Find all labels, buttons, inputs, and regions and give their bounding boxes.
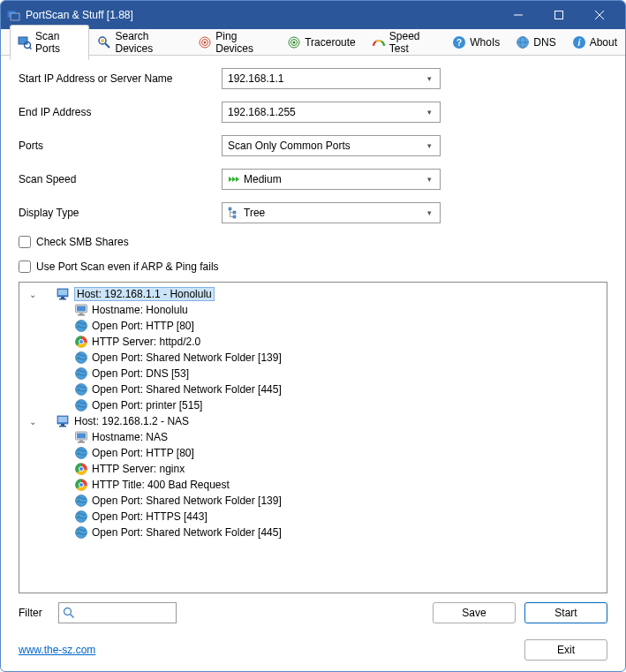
- svg-point-61: [76, 527, 87, 539]
- ports-value: Scan Only Common Ports: [228, 140, 424, 152]
- tab-dns[interactable]: DNS: [508, 30, 563, 54]
- svg-rect-38: [78, 314, 85, 316]
- save-button[interactable]: Save: [433, 602, 516, 623]
- svg-point-14: [204, 42, 207, 44]
- tab-traceroute[interactable]: Traceroute: [279, 30, 364, 54]
- minimize-button[interactable]: [498, 1, 539, 29]
- start-ip-input[interactable]: 192.168.1.1 ▾: [222, 68, 441, 89]
- item-label: Open Port: printer [515]: [92, 399, 202, 412]
- close-button[interactable]: [579, 1, 620, 29]
- tab-speed-test[interactable]: Speed Test: [364, 25, 445, 59]
- ports-label: Ports: [19, 140, 222, 152]
- tree-item-row[interactable]: HTTP Server: nginx: [21, 461, 605, 477]
- svg-point-59: [76, 495, 87, 507]
- filter-input[interactable]: [58, 602, 177, 623]
- app-window: PortScan & Stuff [1.88] Scan Ports Searc…: [0, 0, 626, 672]
- tab-ping-devices[interactable]: Ping Devices: [190, 25, 279, 59]
- chevron-down-icon: ▾: [424, 208, 434, 217]
- tree-item-row[interactable]: Open Port: Shared Network Folder [445]: [21, 381, 605, 397]
- svg-marker-27: [236, 177, 239, 182]
- app-icon: [6, 8, 20, 22]
- monitor-icon: [74, 430, 88, 444]
- tab-label: Scan Ports: [35, 30, 81, 55]
- search-icon: [63, 607, 75, 619]
- tab-bar: Scan Ports Search Devices Ping Devices T…: [1, 29, 625, 56]
- start-button[interactable]: Start: [524, 602, 607, 623]
- svg-rect-32: [58, 290, 67, 295]
- tree-item-row[interactable]: Hostname: NAS: [21, 429, 605, 445]
- item-label: Open Port: Shared Network Folder [139]: [92, 495, 282, 507]
- speed-select[interactable]: Medium ▾: [222, 169, 441, 190]
- expand-icon[interactable]: ⌄: [26, 417, 39, 427]
- chevron-down-icon: ▾: [424, 108, 434, 117]
- tab-scan-ports[interactable]: Scan Ports: [10, 25, 89, 60]
- item-label: Open Port: DNS [53]: [92, 367, 189, 380]
- ports-select[interactable]: Scan Only Common Ports ▾: [222, 135, 441, 156]
- browser-icon: [74, 478, 88, 492]
- svg-rect-30: [233, 215, 236, 218]
- end-ip-label: End IP Address: [19, 106, 222, 118]
- svg-marker-26: [232, 177, 236, 182]
- tree-item-row[interactable]: HTTP Title: 400 Bad Request: [21, 477, 605, 493]
- display-select[interactable]: Tree ▾: [222, 202, 441, 223]
- tree-item-row[interactable]: Hostname: Honolulu: [21, 302, 605, 318]
- arp-checkbox[interactable]: [19, 260, 31, 273]
- globe-icon: [74, 525, 88, 540]
- svg-rect-6: [19, 37, 27, 44]
- tab-label: Ping Devices: [215, 30, 271, 55]
- browser-icon: [74, 335, 88, 349]
- website-link[interactable]: www.the-sz.com: [19, 644, 95, 656]
- start-ip-label: Start IP Address or Server Name: [19, 72, 222, 85]
- host-label: Host: 192.168.1.2 - NAS: [74, 415, 189, 427]
- globe-icon: [74, 366, 88, 381]
- expand-icon[interactable]: ⌄: [26, 290, 39, 299]
- about-icon: i: [572, 35, 586, 49]
- browser-icon: [74, 462, 88, 476]
- tree-host-row[interactable]: ⌄Host: 192.168.1.1 - Honolulu: [21, 286, 605, 302]
- tree-item-row[interactable]: Open Port: Shared Network Folder [445]: [21, 525, 605, 540]
- results-tree[interactable]: ⌄Host: 192.168.1.1 - HonoluluHostname: H…: [19, 282, 607, 593]
- globe-icon: [74, 446, 88, 460]
- svg-marker-25: [229, 177, 232, 182]
- content-area: Start IP Address or Server Name 192.168.…: [1, 56, 625, 632]
- tree-item-row[interactable]: Open Port: DNS [53]: [21, 366, 605, 381]
- tree-item-row[interactable]: Open Port: printer [515]: [21, 397, 605, 413]
- tree-host-row[interactable]: ⌄Host: 192.168.1.2 - NAS: [21, 413, 605, 429]
- exit-button[interactable]: Exit: [524, 639, 607, 661]
- tab-about[interactable]: i About: [564, 30, 625, 54]
- traceroute-icon: [287, 35, 301, 49]
- svg-point-17: [293, 42, 296, 44]
- end-ip-input[interactable]: 192.168.1.255 ▾: [222, 102, 441, 123]
- footer: www.the-sz.com Exit: [1, 632, 625, 671]
- tree-item-row[interactable]: Open Port: Shared Network Folder [139]: [21, 350, 605, 366]
- scan-ports-icon: [18, 35, 32, 49]
- dns-icon: [516, 35, 530, 49]
- tab-search-devices[interactable]: Search Devices: [89, 25, 190, 59]
- tree-item-row[interactable]: Open Port: HTTP [80]: [21, 445, 605, 461]
- item-label: Hostname: Honolulu: [92, 304, 188, 316]
- maximize-button[interactable]: [539, 1, 579, 29]
- tree-item-row[interactable]: HTTP Server: httpd/2.0: [21, 334, 605, 350]
- smb-checkbox[interactable]: [19, 236, 31, 248]
- svg-point-56: [79, 467, 84, 472]
- search-devices-icon: [97, 35, 111, 49]
- tab-whois[interactable]: ? WhoIs: [444, 30, 508, 54]
- tab-label: WhoIs: [470, 36, 500, 49]
- tree-item-row[interactable]: Open Port: Shared Network Folder [139]: [21, 493, 605, 509]
- svg-point-62: [64, 608, 72, 615]
- svg-rect-48: [61, 424, 64, 426]
- filter-label: Filter: [19, 607, 58, 619]
- tree-item-row[interactable]: Open Port: HTTP [80]: [21, 318, 605, 334]
- svg-point-41: [79, 340, 84, 344]
- tree-item-row[interactable]: Open Port: HTTPS [443]: [21, 509, 605, 525]
- svg-rect-53: [78, 442, 85, 443]
- speed-icon: [228, 173, 240, 185]
- svg-rect-33: [61, 297, 64, 298]
- host-icon: [57, 287, 71, 301]
- window-controls: [498, 1, 620, 29]
- svg-rect-51: [77, 434, 86, 439]
- speed-test-icon: [372, 35, 386, 49]
- svg-point-58: [79, 483, 84, 487]
- item-label: Open Port: HTTPS [443]: [92, 510, 207, 523]
- globe-icon: [74, 398, 88, 412]
